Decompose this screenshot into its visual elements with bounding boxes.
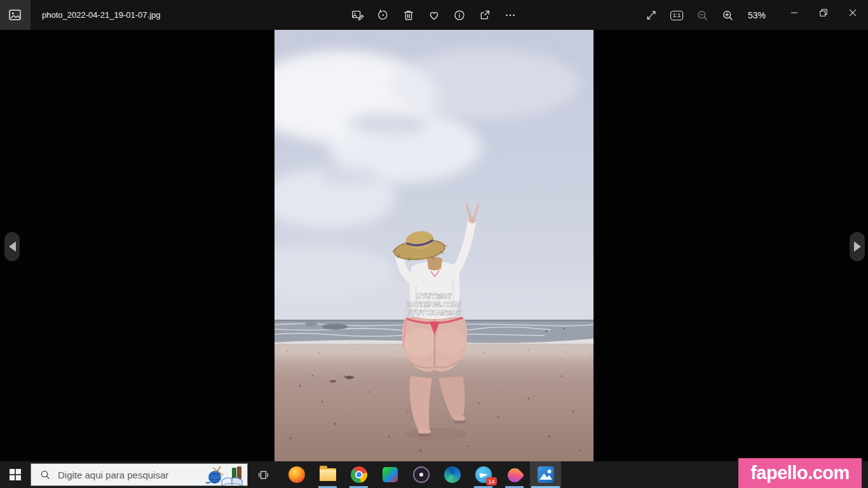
file-explorer-icon <box>320 468 336 481</box>
window-controls <box>780 0 867 25</box>
svg-text:UYUYCHAN2907: UYUYCHAN2907 <box>406 309 463 316</box>
edit-image-button[interactable] <box>345 3 370 28</box>
chrome-icon <box>351 466 367 483</box>
search-icon <box>40 470 50 480</box>
photos-app-icon <box>0 0 31 30</box>
windows-logo-icon <box>10 469 21 480</box>
task-view-button[interactable] <box>248 461 278 488</box>
fullscreen-icon <box>645 9 658 22</box>
music-app-icon <box>413 466 430 483</box>
share-icon <box>478 8 492 22</box>
info-button[interactable] <box>447 3 472 28</box>
previous-image-button[interactable] <box>4 232 20 261</box>
ellipsis-icon <box>503 8 517 22</box>
site-watermark-text: fapello.com <box>750 463 850 484</box>
close-button[interactable] <box>838 0 867 25</box>
bluestacks-icon <box>383 467 398 482</box>
taskbar-photos[interactable] <box>530 461 561 488</box>
minimize-icon <box>789 7 800 18</box>
share-button[interactable] <box>472 3 498 28</box>
taskbar-firefox[interactable] <box>281 461 312 488</box>
trash-icon <box>402 8 416 22</box>
minimize-button[interactable] <box>780 0 809 25</box>
photos-app-window: photo_2022-04-21_19-01-07.jpg <box>0 0 868 488</box>
restore-icon <box>818 7 829 18</box>
firefox-icon <box>288 466 305 483</box>
search-input[interactable] <box>57 469 193 481</box>
one-to-one-icon: 1:1 <box>670 11 684 20</box>
more-button[interactable] <box>498 3 523 28</box>
close-icon <box>847 7 858 18</box>
taskbar-filmora[interactable] <box>499 461 530 488</box>
filmora-icon <box>505 465 524 485</box>
next-image-button[interactable] <box>850 232 865 261</box>
heart-icon <box>427 8 441 22</box>
zoom-in-button[interactable] <box>715 3 740 28</box>
notification-badge: 14 <box>486 477 497 485</box>
svg-text:PATREON.COM/: PATREON.COM/ <box>407 301 461 308</box>
toolbar <box>345 3 523 28</box>
displayed-photo: UYUY2907 PATREON.COM/ UYUYCHAN2907 <box>275 30 593 461</box>
actual-size-button[interactable]: 1:1 <box>664 3 689 28</box>
taskbar-file-explorer[interactable] <box>312 461 343 488</box>
taskbar-telegram[interactable]: 14 <box>468 461 499 488</box>
edge-icon <box>444 466 461 483</box>
taskbar-bluestacks[interactable] <box>374 461 405 488</box>
fullscreen-button[interactable] <box>639 3 664 28</box>
site-watermark: fapello.com <box>738 458 862 488</box>
rotate-button[interactable] <box>370 3 396 28</box>
image-icon <box>8 8 23 23</box>
left-arrow-icon <box>9 241 16 252</box>
task-view-icon <box>257 469 269 481</box>
search-doodle-icon <box>204 465 245 485</box>
info-icon <box>452 8 466 22</box>
view-controls: 1:1 53% <box>639 3 773 28</box>
file-name: photo_2022-04-21_19-01-07.jpg <box>42 0 161 30</box>
edit-image-icon <box>351 8 365 22</box>
zoom-level: 53% <box>740 10 773 20</box>
zoom-out-button[interactable] <box>689 3 715 28</box>
favorite-button[interactable] <box>421 3 447 28</box>
zoom-in-icon <box>721 9 735 22</box>
start-button[interactable] <box>0 461 31 488</box>
delete-button[interactable] <box>396 3 421 28</box>
image-viewer: UYUY2907 PATREON.COM/ UYUYCHAN2907 <box>0 30 868 461</box>
taskbar-music-app[interactable] <box>405 461 437 488</box>
taskbar-apps: 14 <box>281 461 561 488</box>
svg-text:UYUY2907: UYUY2907 <box>416 292 452 300</box>
title-bar: photo_2022-04-21_19-01-07.jpg <box>0 0 868 30</box>
taskbar-chrome[interactable] <box>343 461 374 488</box>
taskbar-edge[interactable] <box>437 461 468 488</box>
rotate-icon <box>376 8 390 22</box>
right-arrow-icon <box>854 241 861 252</box>
zoom-out-icon <box>696 9 709 22</box>
photos-taskbar-icon <box>538 466 554 483</box>
restore-button[interactable] <box>809 0 838 25</box>
taskbar-search[interactable] <box>31 463 248 486</box>
